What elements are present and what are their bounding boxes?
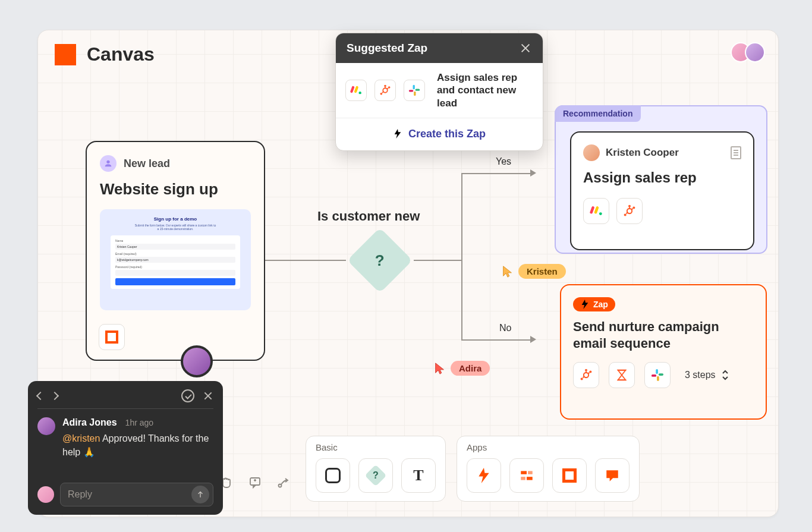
decision-node[interactable]: ? xyxy=(347,228,413,293)
node-nurture-zap[interactable]: Zap Send nurture campaign email sequence… xyxy=(560,284,767,420)
text-tool-button[interactable]: T xyxy=(401,458,436,493)
add-comment-button[interactable] xyxy=(245,472,266,493)
suggested-text: Assign sales rep and contact new lead xyxy=(437,71,533,109)
shape-decision-button[interactable]: ? xyxy=(358,458,393,493)
current-user-avatar xyxy=(37,486,54,503)
hubspot-icon xyxy=(573,362,599,388)
reply-input[interactable]: Reply xyxy=(60,483,213,506)
group-label: Apps xyxy=(467,442,630,452)
hubspot-icon xyxy=(616,198,643,224)
svg-rect-21 xyxy=(521,471,527,474)
hubspot-icon xyxy=(374,80,396,101)
person-icon xyxy=(100,155,117,172)
app-tables-button[interactable] xyxy=(509,458,544,493)
lead-badge: New lead xyxy=(124,158,170,170)
cursor-label: Adira xyxy=(451,361,490,376)
svg-rect-22 xyxy=(527,477,533,480)
svg-rect-23 xyxy=(528,471,533,474)
arrow-icon xyxy=(530,169,536,177)
delay-icon xyxy=(609,362,635,388)
form-preview: Sign up for a demo Submit the form below… xyxy=(100,209,251,310)
comment-body: @kristen Approved! Thanks for the help 🙏 xyxy=(62,432,213,459)
close-button[interactable] xyxy=(203,391,213,401)
cursor-adira: Adira xyxy=(434,361,490,376)
toolbar-group-basic: Basic ? T xyxy=(306,436,446,502)
send-button[interactable] xyxy=(191,486,209,503)
monday-icon xyxy=(583,198,609,224)
arrow-icon xyxy=(530,336,536,343)
close-icon[interactable] xyxy=(519,42,532,55)
node-assign-sales-rep[interactable]: Kristen Cooper Assign sales rep xyxy=(570,131,754,250)
group-label: Basic xyxy=(316,442,436,452)
owner-name: Kristen Cooper xyxy=(606,147,679,159)
node-new-lead[interactable]: New lead Website sign up Sign up for a d… xyxy=(86,141,265,361)
comment-next-button[interactable] xyxy=(51,392,59,400)
create-zap-link[interactable]: Create this Zap xyxy=(393,128,486,140)
app-zap-button[interactable] xyxy=(467,458,501,493)
owner-avatar xyxy=(583,144,600,161)
comment-author: Adira Jones xyxy=(62,417,117,428)
app-title: Canvas xyxy=(87,43,155,65)
toolbar-group-apps: Apps xyxy=(457,436,640,502)
presence-avatars[interactable] xyxy=(731,42,765,62)
slack-icon xyxy=(404,80,425,101)
connector xyxy=(414,260,461,261)
document-icon xyxy=(731,146,741,159)
steps-expand[interactable]: 3 steps xyxy=(685,370,730,380)
connector xyxy=(461,173,530,174)
app-chatbot-button[interactable] xyxy=(595,458,630,493)
cursor-label: Kristen xyxy=(518,264,566,279)
svg-rect-24 xyxy=(521,477,525,480)
comment-time: 1hr ago xyxy=(125,418,153,427)
zap-title: Send nurture campaign email sequence xyxy=(573,319,754,351)
app-interfaces-button[interactable] xyxy=(552,458,587,493)
reco-title: Assign sales rep xyxy=(583,169,741,186)
resolve-button[interactable] xyxy=(181,389,194,402)
bottom-toolbar: Basic ? T Apps xyxy=(216,436,640,502)
recommendation-panel: Recommendation Kristen Cooper Assign sal… xyxy=(555,105,767,254)
popover-title: Suggested Zap xyxy=(347,42,427,55)
add-path-button[interactable] xyxy=(273,472,295,493)
avatar-user-2[interactable] xyxy=(745,42,765,62)
monday-icon xyxy=(345,80,367,101)
connector xyxy=(265,260,346,261)
lead-title: Website sign up xyxy=(100,180,251,199)
zap-pill: Zap xyxy=(573,297,615,311)
svg-point-20 xyxy=(106,160,109,163)
connector xyxy=(461,173,462,341)
branch-no-label: No xyxy=(499,323,511,333)
mention: @kristen xyxy=(62,433,100,443)
shape-rect-button[interactable] xyxy=(316,458,350,493)
interfaces-icon xyxy=(99,324,125,350)
decision-label: Is customer new xyxy=(317,209,420,224)
comment-author-avatar xyxy=(37,417,55,435)
comment-prev-button[interactable] xyxy=(36,392,45,400)
connector xyxy=(461,339,530,341)
commenter-big-avatar[interactable] xyxy=(181,345,213,377)
suggested-zap-popover: Suggested Zap Assign sales rep and conta… xyxy=(335,33,543,151)
branch-yes-label: Yes xyxy=(496,156,511,167)
slack-icon xyxy=(644,362,671,388)
cursor-kristen: Kristen xyxy=(502,264,566,279)
app-logo-icon xyxy=(55,44,76,65)
comment-panel: Adira Jones 1hr ago @kristen Approved! T… xyxy=(28,381,223,515)
titlebar: Canvas xyxy=(55,43,155,65)
recommendation-tag: Recommendation xyxy=(555,105,641,122)
